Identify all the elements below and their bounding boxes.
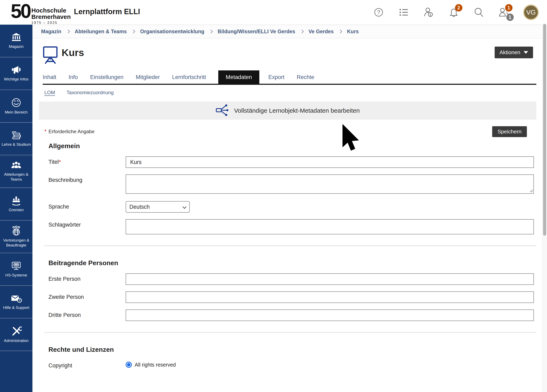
mail-question-icon: ? bbox=[10, 294, 22, 303]
sidebar-item-label: Vertretungen & Beauftragte bbox=[1, 238, 32, 248]
form-row-erste-person: Erste Person bbox=[43, 273, 536, 285]
sidebar-item-administration[interactable]: Administration bbox=[0, 318, 33, 351]
avatar[interactable]: VG bbox=[523, 5, 539, 20]
megaphone-icon bbox=[10, 65, 22, 75]
breadcrumb-item[interactable]: Bildung/Wissen/ELLI Ve Gerdes bbox=[218, 28, 295, 34]
sidebar-item-lehre-studium[interactable]: Lehre & Studium bbox=[0, 122, 33, 155]
required-asterisk: * bbox=[44, 128, 46, 135]
erste-person-input[interactable] bbox=[126, 273, 534, 285]
required-asterisk: * bbox=[59, 159, 61, 165]
form-row-schlagwoerter: Schlagwörter bbox=[43, 219, 536, 234]
section-heading-allgemein: Allgemein bbox=[48, 142, 536, 150]
form-row-sprache: Sprache Deutsch bbox=[43, 201, 536, 213]
chevron-right-icon bbox=[300, 30, 304, 33]
chevron-down-icon bbox=[183, 205, 187, 209]
sidebar-item-label: Lehre & Studium bbox=[2, 142, 31, 147]
app-header: 50 Hochschule Bremerhaven 1975 – 2025 Le… bbox=[0, 0, 547, 25]
tab-einstellungen[interactable]: Einstellungen bbox=[90, 70, 123, 84]
scrollbar-thumb[interactable] bbox=[543, 24, 546, 236]
contacts-badge-top: 1 bbox=[505, 4, 513, 12]
subtab-lom[interactable]: LOM bbox=[44, 90, 55, 95]
people-group-icon bbox=[10, 161, 22, 170]
chevron-right-icon bbox=[66, 30, 70, 33]
tab-export[interactable]: Export bbox=[268, 70, 284, 84]
zweite-person-input[interactable] bbox=[126, 291, 534, 303]
sprache-label: Sprache bbox=[43, 201, 126, 210]
schlagwoerter-label: Schlagwörter bbox=[43, 219, 126, 228]
breadcrumb-item[interactable]: Organisationsentwicklung bbox=[140, 28, 204, 34]
breadcrumb-item[interactable]: Ve Gerdes bbox=[309, 28, 334, 34]
course-board-icon bbox=[42, 46, 58, 65]
sidebar-item-abteilungen-teams[interactable]: Abteilungen & Teams bbox=[0, 155, 33, 188]
app-title: Lernplattform ELLI bbox=[74, 7, 140, 16]
sidebar-item-label: Gremien bbox=[9, 208, 24, 212]
chevron-right-icon bbox=[132, 30, 135, 33]
vertical-scrollbar[interactable] bbox=[542, 25, 547, 392]
edit-full-metadata-banner[interactable]: Vollständige Lernobjekt-Metadaten bearbe… bbox=[39, 101, 536, 120]
form-row-dritte-person: Dritte Person bbox=[43, 310, 536, 321]
sidebar-item-vertretungen[interactable]: Vertretungen & Beauftragte bbox=[0, 220, 33, 253]
sidebar-item-mein-bereich[interactable]: Mein Bereich bbox=[0, 90, 33, 122]
zweite-person-label: Zweite Person bbox=[43, 291, 126, 300]
sidebar-item-label: Wichtige Infos bbox=[4, 77, 28, 82]
person-clock-icon[interactable] bbox=[423, 7, 434, 18]
titel-input[interactable] bbox=[126, 156, 534, 168]
tab-inhalt[interactable]: Inhalt bbox=[43, 70, 56, 84]
erste-person-label: Erste Person bbox=[43, 273, 126, 282]
bank-icon bbox=[11, 33, 21, 42]
subtab-taxonomiezuordnung[interactable]: Taxonomiezuordnung bbox=[67, 90, 114, 95]
sidebar-item-hilfe-support[interactable]: ? Hilfe & Support bbox=[0, 286, 33, 318]
sidebar-item-label: Mein Bereich bbox=[5, 110, 28, 115]
breadcrumb-item[interactable]: Magazin bbox=[41, 28, 62, 34]
sidebar-item-magazin[interactable]: Magazin bbox=[0, 25, 33, 57]
actions-button-label: Aktionen bbox=[499, 49, 520, 56]
sidebar-nav: Magazin Wichtige Infos Mein Bereich bbox=[0, 25, 33, 392]
contacts-icon[interactable]: 1 1 bbox=[498, 7, 510, 18]
sidebar-item-label: HS-Systeme bbox=[5, 273, 27, 278]
sidebar-item-label: Magazin bbox=[9, 44, 24, 49]
sidebar-item-label: Administration bbox=[4, 338, 28, 343]
section-divider bbox=[44, 245, 536, 246]
tab-metadaten[interactable]: Metadaten bbox=[218, 70, 259, 84]
smiley-icon bbox=[11, 97, 21, 108]
sidebar-item-label: Abteilungen & Teams bbox=[1, 172, 32, 182]
svg-text:?: ? bbox=[377, 9, 380, 15]
actions-button[interactable]: Aktionen bbox=[495, 47, 533, 58]
copyright-label: Copyright bbox=[43, 360, 126, 369]
search-icon[interactable] bbox=[473, 7, 485, 18]
beschreibung-label: Beschreibung bbox=[43, 175, 126, 183]
caret-down-icon bbox=[524, 51, 528, 54]
save-button[interactable]: Speichern bbox=[492, 126, 527, 137]
form-row-zweite-person: Zweite Person bbox=[43, 291, 536, 303]
tab-rechte[interactable]: Rechte bbox=[297, 70, 314, 84]
list-icon[interactable] bbox=[398, 7, 410, 18]
sidebar-item-hs-systeme[interactable]: HS-Systeme bbox=[0, 253, 33, 286]
committee-icon bbox=[10, 196, 22, 205]
breadcrumb-item-current[interactable]: Kurs bbox=[347, 28, 359, 34]
dritte-person-label: Dritte Person bbox=[43, 310, 126, 318]
tab-mitglieder[interactable]: Mitglieder bbox=[136, 70, 160, 84]
help-icon[interactable]: ? bbox=[373, 7, 384, 18]
bell-icon[interactable]: 2 bbox=[448, 7, 459, 18]
logo-name-line2: Bremerhaven bbox=[31, 14, 71, 20]
share-nodes-icon bbox=[216, 104, 229, 117]
tab-lernfortschritt[interactable]: Lernfortschritt bbox=[172, 70, 206, 84]
page-title: Kurs bbox=[62, 47, 84, 58]
copyright-radio-label: All rights reserved bbox=[135, 362, 176, 368]
sidebar-item-wichtige-infos[interactable]: Wichtige Infos bbox=[0, 57, 33, 90]
logo-name-line1: Hochschule bbox=[31, 7, 71, 14]
sidebar-item-label: Hilfe & Support bbox=[3, 305, 29, 310]
university-logo: 50 Hochschule Bremerhaven 1975 – 2025 bbox=[11, 2, 71, 25]
schlagwoerter-input[interactable] bbox=[126, 219, 534, 234]
beschreibung-textarea[interactable] bbox=[126, 175, 534, 194]
sprache-select[interactable]: Deutsch bbox=[126, 201, 190, 213]
globe-people-icon bbox=[11, 226, 22, 236]
dritte-person-input[interactable] bbox=[126, 310, 534, 321]
form-row-titel: Titel* bbox=[43, 156, 536, 168]
save-button-label: Speichern bbox=[498, 128, 521, 135]
copyright-radio[interactable] bbox=[126, 362, 132, 368]
logo-50-mark: 50 bbox=[11, 2, 30, 20]
sidebar-item-gremien[interactable]: Gremien bbox=[0, 188, 33, 220]
breadcrumb-item[interactable]: Abteilungen & Teams bbox=[75, 28, 127, 34]
tab-info[interactable]: Info bbox=[68, 70, 78, 84]
